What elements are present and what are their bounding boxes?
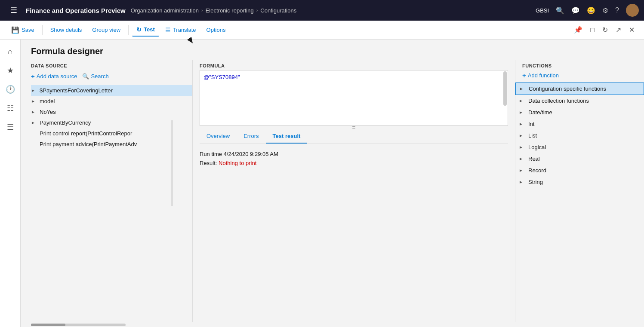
- ds-chevron-model[interactable]: ►: [31, 99, 38, 104]
- fn-item-real[interactable]: ► Real: [515, 153, 644, 165]
- sidebar-star-icon[interactable]: ★: [2, 62, 19, 79]
- fn-item-datetime[interactable]: ► Date/time: [515, 107, 644, 118]
- ds-item-printcontrol[interactable]: ► Print control report(PrintControlRepor: [31, 128, 192, 139]
- functions-tree: ► Configuration specific functions ► Dat…: [515, 83, 644, 322]
- fn-label-list: List: [528, 132, 537, 139]
- ds-label-noyes: NoYes: [40, 109, 56, 115]
- show-details-button[interactable]: Show details: [46, 24, 86, 36]
- result-runtime: Run time 4/24/2020 9:29:05 AM: [200, 151, 508, 157]
- fn-chevron-datetime[interactable]: ►: [519, 110, 526, 115]
- fn-label-datetime: Date/time: [528, 109, 552, 116]
- save-button[interactable]: 💾 Save: [7, 24, 39, 37]
- fn-item-config[interactable]: ► Configuration specific functions: [515, 83, 644, 95]
- breadcrumb-config[interactable]: Configurations: [260, 7, 296, 14]
- ds-item-printpayment[interactable]: ► Print payment advice(PrintPaymentAdv: [31, 139, 192, 150]
- pin-icon[interactable]: 📌: [571, 24, 585, 36]
- functions-header: FUNCTIONS: [515, 60, 644, 70]
- bottom-scrollbar[interactable]: [21, 322, 644, 327]
- breadcrumb-er[interactable]: Electronic reporting: [206, 7, 254, 14]
- save-icon: 💾: [11, 26, 19, 34]
- ds-item-paymentbycurrency[interactable]: ► PaymentByCurrency: [31, 117, 192, 128]
- settings-icon[interactable]: ⚙: [602, 6, 608, 15]
- group-view-button[interactable]: Group view: [88, 24, 125, 36]
- tab-overview[interactable]: Overview: [200, 129, 237, 144]
- fn-item-logical[interactable]: ► Logical: [515, 141, 644, 153]
- fn-chevron-real[interactable]: ►: [519, 156, 526, 161]
- result-tabs: Overview Errors Test result: [200, 129, 508, 144]
- popout-icon[interactable]: ↗: [613, 24, 624, 36]
- sidebar-home-icon[interactable]: ⌂: [2, 43, 19, 60]
- panels: DATA SOURCE + Add data source 🔍 Search ►…: [21, 60, 644, 322]
- ds-chevron-payments[interactable]: ►: [31, 88, 38, 93]
- fn-item-datacollection[interactable]: ► Data collection functions: [515, 95, 644, 107]
- refresh-toolbar-icon[interactable]: ↻: [600, 24, 610, 36]
- breadcrumb-chevron-2: ›: [256, 8, 258, 13]
- tab-test-result[interactable]: Test result: [266, 129, 308, 144]
- user-avatar[interactable]: [626, 4, 639, 17]
- sidebar-list-icon[interactable]: ☰: [2, 119, 19, 136]
- horizontal-splitter[interactable]: [193, 126, 515, 129]
- plus-fn-icon: +: [522, 72, 526, 79]
- menu-icon[interactable]: ☰: [5, 2, 22, 19]
- formula-box[interactable]: @"SYS70894": [200, 70, 508, 126]
- ds-item-payments[interactable]: ► $PaymentsForCoveringLetter: [31, 85, 192, 96]
- expand-icon[interactable]: □: [588, 24, 597, 36]
- formula-panel: FORMULA @"SYS70894" Overview Errors Test: [193, 60, 515, 322]
- fn-label-string: String: [528, 179, 543, 185]
- fn-label-config: Configuration specific functions: [529, 86, 606, 92]
- ds-label-model: model: [40, 98, 55, 104]
- page-header: Formula designer: [21, 40, 644, 60]
- fn-chevron-string[interactable]: ►: [519, 180, 526, 184]
- scrollbar-track: [31, 324, 126, 326]
- plus-icon: +: [31, 73, 35, 80]
- functions-panel: FUNCTIONS + Add function ► Configuration…: [515, 60, 644, 322]
- scrollbar-thumb[interactable]: [31, 324, 65, 326]
- test-button[interactable]: ↻ Test: [132, 24, 159, 37]
- refresh-icon: ↻: [136, 26, 142, 33]
- help-icon[interactable]: ?: [615, 6, 619, 14]
- fn-item-int[interactable]: ► Int: [515, 118, 644, 130]
- search-ds-icon: 🔍: [82, 73, 89, 79]
- result-line: Result: Nothing to print: [200, 160, 508, 166]
- ds-label-printpayment: Print payment advice(PrintPaymentAdv: [40, 141, 137, 147]
- fn-chevron-list[interactable]: ►: [519, 133, 526, 138]
- fn-item-record[interactable]: ► Record: [515, 165, 644, 176]
- fn-chevron-config[interactable]: ►: [519, 86, 526, 91]
- topbar: ☰ Finance and Operations Preview Organiz…: [0, 0, 644, 21]
- chat-icon[interactable]: 💬: [571, 6, 580, 15]
- ds-item-noyes[interactable]: ► NoYes: [31, 107, 192, 117]
- search-datasource-button[interactable]: 🔍 Search: [82, 71, 108, 81]
- fn-chevron-record[interactable]: ►: [519, 168, 526, 173]
- ds-label-paymentbycurrency: PaymentByCurrency: [40, 119, 91, 126]
- vertical-splitter[interactable]: [171, 120, 173, 206]
- close-icon[interactable]: ✕: [626, 24, 637, 36]
- datasource-tree: ► $PaymentsForCoveringLetter ► model ► N…: [31, 85, 192, 322]
- add-datasource-button[interactable]: + Add data source: [31, 71, 77, 82]
- options-button[interactable]: Options: [202, 24, 230, 36]
- datasource-toolbar: + Add data source 🔍 Search: [31, 71, 192, 85]
- toolbar: 💾 Save Show details Group view ↻ Test ☰ …: [0, 21, 644, 40]
- emoji-icon[interactable]: 😀: [587, 6, 595, 15]
- content-area: Formula designer DATA SOURCE + Add data …: [21, 40, 644, 327]
- fn-label-real: Real: [528, 156, 540, 162]
- ds-label-printcontrol: Print control report(PrintControlRepor: [40, 130, 132, 137]
- toolbar-right: 📌 □ ↻ ↗ ✕: [571, 24, 637, 36]
- ds-item-model[interactable]: ► model: [31, 96, 192, 107]
- sidebar-grid-icon[interactable]: ☷: [2, 100, 19, 117]
- translate-button[interactable]: ☰ Translate: [161, 24, 200, 36]
- fn-item-list[interactable]: ► List: [515, 130, 644, 141]
- fn-item-string[interactable]: ► String: [515, 176, 644, 188]
- datasource-section-title: DATA SOURCE: [31, 60, 192, 71]
- ds-chevron-paymentbycurrency[interactable]: ►: [31, 120, 38, 125]
- search-icon[interactable]: 🔍: [556, 6, 564, 15]
- breadcrumb-org[interactable]: Organization administration: [131, 7, 199, 14]
- ds-chevron-noyes[interactable]: ►: [31, 110, 38, 114]
- tab-errors[interactable]: Errors: [237, 129, 265, 144]
- formula-scrollbar[interactable]: [503, 71, 507, 106]
- fn-chevron-logical[interactable]: ►: [519, 145, 526, 150]
- fn-chevron-datacollection[interactable]: ►: [519, 98, 526, 103]
- toolbar-separator-2: [128, 25, 129, 35]
- fn-chevron-int[interactable]: ►: [519, 122, 526, 126]
- sidebar-clock-icon[interactable]: 🕐: [2, 81, 19, 98]
- add-function-button[interactable]: + Add function: [515, 70, 644, 83]
